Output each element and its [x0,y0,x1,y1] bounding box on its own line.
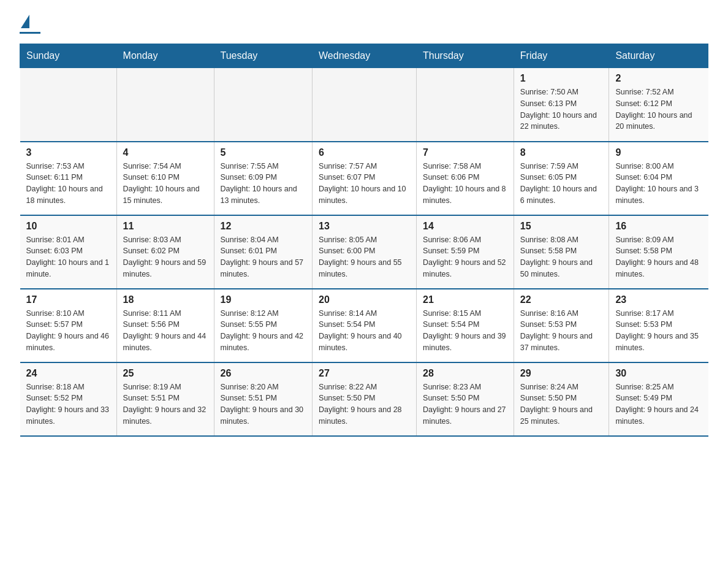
logo [20,15,40,34]
day-number: 15 [520,221,603,232]
header-sunday: Sunday [20,44,117,68]
calendar-cell [214,68,313,142]
calendar-week-row: 24Sunrise: 8:18 AM Sunset: 5:52 PM Dayli… [20,362,708,436]
day-info: Sunrise: 8:25 AM Sunset: 5:49 PM Dayligh… [615,381,702,427]
day-info: Sunrise: 8:17 AM Sunset: 5:53 PM Dayligh… [615,308,702,354]
day-number: 30 [615,368,702,379]
day-info: Sunrise: 7:59 AM Sunset: 6:05 PM Dayligh… [520,161,603,207]
day-number: 2 [615,73,702,84]
day-number: 14 [423,221,507,232]
calendar-cell: 27Sunrise: 8:22 AM Sunset: 5:50 PM Dayli… [313,362,417,436]
day-number: 25 [123,368,208,379]
calendar-cell: 3Sunrise: 7:53 AM Sunset: 6:11 PM Daylig… [20,142,117,215]
day-info: Sunrise: 7:55 AM Sunset: 6:09 PM Dayligh… [221,161,306,207]
header-saturday: Saturday [609,44,708,68]
calendar-cell: 23Sunrise: 8:17 AM Sunset: 5:53 PM Dayli… [609,289,708,362]
day-info: Sunrise: 8:08 AM Sunset: 5:58 PM Dayligh… [520,234,603,280]
day-info: Sunrise: 8:03 AM Sunset: 6:02 PM Dayligh… [123,234,208,280]
calendar-cell: 19Sunrise: 8:12 AM Sunset: 5:55 PM Dayli… [214,289,313,362]
calendar-cell: 28Sunrise: 8:23 AM Sunset: 5:50 PM Dayli… [417,362,514,436]
day-number: 21 [423,294,507,305]
day-number: 9 [615,147,702,158]
calendar-cell: 15Sunrise: 8:08 AM Sunset: 5:58 PM Dayli… [514,215,609,289]
calendar-week-row: 10Sunrise: 8:01 AM Sunset: 6:03 PM Dayli… [20,215,708,289]
day-info: Sunrise: 8:06 AM Sunset: 5:59 PM Dayligh… [423,234,507,280]
calendar-cell: 22Sunrise: 8:16 AM Sunset: 5:53 PM Dayli… [514,289,609,362]
day-number: 28 [423,368,507,379]
header-tuesday: Tuesday [214,44,313,68]
calendar-week-row: 17Sunrise: 8:10 AM Sunset: 5:57 PM Dayli… [20,289,708,362]
day-info: Sunrise: 8:20 AM Sunset: 5:51 PM Dayligh… [221,381,306,427]
day-number: 5 [221,147,306,158]
day-number: 3 [26,147,110,158]
day-info: Sunrise: 8:15 AM Sunset: 5:54 PM Dayligh… [423,308,507,354]
logo-underline [20,32,40,34]
day-info: Sunrise: 8:18 AM Sunset: 5:52 PM Dayligh… [26,381,110,427]
calendar-table: SundayMondayTuesdayWednesdayThursdayFrid… [20,44,708,437]
day-info: Sunrise: 8:09 AM Sunset: 5:58 PM Dayligh… [615,234,702,280]
day-number: 18 [123,294,208,305]
calendar-cell: 5Sunrise: 7:55 AM Sunset: 6:09 PM Daylig… [214,142,313,215]
day-number: 16 [615,221,702,232]
day-number: 23 [615,294,702,305]
calendar-cell: 24Sunrise: 8:18 AM Sunset: 5:52 PM Dayli… [20,362,117,436]
calendar-cell: 10Sunrise: 8:01 AM Sunset: 6:03 PM Dayli… [20,215,117,289]
calendar-cell: 8Sunrise: 7:59 AM Sunset: 6:05 PM Daylig… [514,142,609,215]
day-info: Sunrise: 7:50 AM Sunset: 6:13 PM Dayligh… [520,86,603,132]
calendar-cell [313,68,417,142]
calendar-cell: 16Sunrise: 8:09 AM Sunset: 5:58 PM Dayli… [609,215,708,289]
day-info: Sunrise: 7:53 AM Sunset: 6:11 PM Dayligh… [26,161,110,207]
day-info: Sunrise: 8:19 AM Sunset: 5:51 PM Dayligh… [123,381,208,427]
day-info: Sunrise: 8:16 AM Sunset: 5:53 PM Dayligh… [520,308,603,354]
day-info: Sunrise: 7:57 AM Sunset: 6:07 PM Dayligh… [319,161,410,207]
calendar-cell: 12Sunrise: 8:04 AM Sunset: 6:01 PM Dayli… [214,215,313,289]
calendar-cell: 2Sunrise: 7:52 AM Sunset: 6:12 PM Daylig… [609,68,708,142]
day-number: 6 [319,147,410,158]
day-number: 26 [221,368,306,379]
day-number: 29 [520,368,603,379]
day-number: 13 [319,221,410,232]
day-number: 8 [520,147,603,158]
day-info: Sunrise: 8:01 AM Sunset: 6:03 PM Dayligh… [26,234,110,280]
calendar-cell: 11Sunrise: 8:03 AM Sunset: 6:02 PM Dayli… [116,215,214,289]
day-info: Sunrise: 8:24 AM Sunset: 5:50 PM Dayligh… [520,381,603,427]
calendar-cell: 20Sunrise: 8:14 AM Sunset: 5:54 PM Dayli… [313,289,417,362]
logo-triangle-icon [21,15,29,28]
calendar-cell: 14Sunrise: 8:06 AM Sunset: 5:59 PM Dayli… [417,215,514,289]
calendar-cell: 30Sunrise: 8:25 AM Sunset: 5:49 PM Dayli… [609,362,708,436]
calendar-cell: 1Sunrise: 7:50 AM Sunset: 6:13 PM Daylig… [514,68,609,142]
calendar-header-row: SundayMondayTuesdayWednesdayThursdayFrid… [20,44,708,68]
day-info: Sunrise: 7:54 AM Sunset: 6:10 PM Dayligh… [123,161,208,207]
calendar-cell [116,68,214,142]
header-wednesday: Wednesday [313,44,417,68]
page-header [20,15,708,34]
header-monday: Monday [116,44,214,68]
day-number: 24 [26,368,110,379]
calendar-cell: 29Sunrise: 8:24 AM Sunset: 5:50 PM Dayli… [514,362,609,436]
day-number: 22 [520,294,603,305]
day-number: 1 [520,73,603,84]
day-info: Sunrise: 8:11 AM Sunset: 5:56 PM Dayligh… [123,308,208,354]
calendar-cell: 9Sunrise: 8:00 AM Sunset: 6:04 PM Daylig… [609,142,708,215]
calendar-cell: 6Sunrise: 7:57 AM Sunset: 6:07 PM Daylig… [313,142,417,215]
calendar-cell [417,68,514,142]
day-number: 10 [26,221,110,232]
day-info: Sunrise: 8:12 AM Sunset: 5:55 PM Dayligh… [221,308,306,354]
day-number: 17 [26,294,110,305]
calendar-cell: 26Sunrise: 8:20 AM Sunset: 5:51 PM Dayli… [214,362,313,436]
day-info: Sunrise: 8:22 AM Sunset: 5:50 PM Dayligh… [319,381,410,427]
calendar-cell: 4Sunrise: 7:54 AM Sunset: 6:10 PM Daylig… [116,142,214,215]
day-number: 11 [123,221,208,232]
day-info: Sunrise: 8:00 AM Sunset: 6:04 PM Dayligh… [615,161,702,207]
day-info: Sunrise: 8:10 AM Sunset: 5:57 PM Dayligh… [26,308,110,354]
day-info: Sunrise: 7:58 AM Sunset: 6:06 PM Dayligh… [423,161,507,207]
day-info: Sunrise: 8:14 AM Sunset: 5:54 PM Dayligh… [319,308,410,354]
calendar-week-row: 1Sunrise: 7:50 AM Sunset: 6:13 PM Daylig… [20,68,708,142]
header-thursday: Thursday [417,44,514,68]
calendar-cell: 18Sunrise: 8:11 AM Sunset: 5:56 PM Dayli… [116,289,214,362]
day-number: 19 [221,294,306,305]
calendar-cell: 7Sunrise: 7:58 AM Sunset: 6:06 PM Daylig… [417,142,514,215]
calendar-cell: 17Sunrise: 8:10 AM Sunset: 5:57 PM Dayli… [20,289,117,362]
header-friday: Friday [514,44,609,68]
day-number: 7 [423,147,507,158]
